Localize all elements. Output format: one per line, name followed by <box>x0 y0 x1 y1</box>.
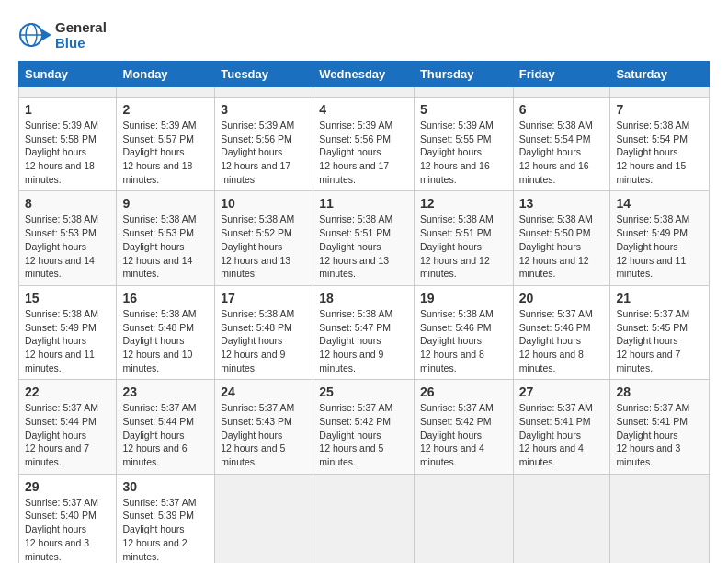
day-info: Sunrise: 5:38 AMSunset: 5:48 PMDaylight … <box>221 307 307 374</box>
calendar-cell <box>414 87 513 98</box>
calendar-cell: 19Sunrise: 5:38 AMSunset: 5:46 PMDayligh… <box>414 285 513 379</box>
calendar-header-row: SundayMondayTuesdayWednesdayThursdayFrid… <box>19 62 710 87</box>
logo-blue: Blue <box>55 35 107 51</box>
logo-general: General <box>55 19 107 35</box>
week-row-1: 1Sunrise: 5:39 AMSunset: 5:58 PMDaylight… <box>19 98 710 191</box>
day-number: 14 <box>616 196 703 211</box>
week-row-4: 22Sunrise: 5:37 AMSunset: 5:44 PMDayligh… <box>19 380 710 474</box>
day-number: 9 <box>122 196 209 211</box>
day-info: Sunrise: 5:39 AMSunset: 5:56 PMDaylight … <box>319 119 408 186</box>
calendar-cell: 13Sunrise: 5:38 AMSunset: 5:50 PMDayligh… <box>513 191 610 285</box>
calendar-cell: 20Sunrise: 5:37 AMSunset: 5:46 PMDayligh… <box>513 285 610 379</box>
day-number: 22 <box>25 385 110 399</box>
day-number: 13 <box>519 196 605 211</box>
calendar-cell <box>215 87 313 98</box>
calendar-cell: 1Sunrise: 5:39 AMSunset: 5:58 PMDaylight… <box>19 98 117 191</box>
calendar-cell: 7Sunrise: 5:38 AMSunset: 5:54 PMDaylight… <box>610 98 710 191</box>
calendar-cell: 26Sunrise: 5:37 AMSunset: 5:42 PMDayligh… <box>414 380 513 474</box>
day-info: Sunrise: 5:38 AMSunset: 5:49 PMDaylight … <box>25 307 110 374</box>
day-info: Sunrise: 5:38 AMSunset: 5:46 PMDaylight … <box>420 307 507 374</box>
day-info: Sunrise: 5:38 AMSunset: 5:50 PMDaylight … <box>519 213 605 280</box>
calendar-cell: 28Sunrise: 5:37 AMSunset: 5:41 PMDayligh… <box>610 380 710 474</box>
calendar-cell: 18Sunrise: 5:38 AMSunset: 5:47 PMDayligh… <box>313 285 415 379</box>
logo: General Blue <box>18 18 107 52</box>
calendar-cell: 17Sunrise: 5:38 AMSunset: 5:48 PMDayligh… <box>215 285 313 379</box>
day-number: 15 <box>25 291 110 305</box>
header-saturday: Saturday <box>610 62 710 87</box>
day-info: Sunrise: 5:37 AMSunset: 5:42 PMDaylight … <box>420 401 507 468</box>
day-info: Sunrise: 5:38 AMSunset: 5:51 PMDaylight … <box>319 213 408 280</box>
calendar-cell <box>513 87 610 98</box>
header-thursday: Thursday <box>414 62 513 87</box>
day-number: 28 <box>616 385 703 399</box>
svg-marker-3 <box>42 29 51 40</box>
calendar-cell: 27Sunrise: 5:37 AMSunset: 5:41 PMDayligh… <box>513 380 610 474</box>
week-row-3: 15Sunrise: 5:38 AMSunset: 5:49 PMDayligh… <box>19 285 710 379</box>
day-info: Sunrise: 5:37 AMSunset: 5:41 PMDaylight … <box>519 401 605 468</box>
logo-container: General Blue <box>18 18 107 52</box>
day-info: Sunrise: 5:37 AMSunset: 5:39 PMDaylight … <box>122 496 209 563</box>
calendar-cell: 12Sunrise: 5:38 AMSunset: 5:51 PMDayligh… <box>414 191 513 285</box>
calendar-cell: 6Sunrise: 5:38 AMSunset: 5:54 PMDaylight… <box>513 98 610 191</box>
day-info: Sunrise: 5:38 AMSunset: 5:49 PMDaylight … <box>616 213 703 280</box>
day-number: 21 <box>616 291 703 305</box>
day-info: Sunrise: 5:39 AMSunset: 5:57 PMDaylight … <box>122 119 209 186</box>
day-info: Sunrise: 5:38 AMSunset: 5:47 PMDaylight … <box>319 307 408 374</box>
day-number: 18 <box>319 291 408 305</box>
day-info: Sunrise: 5:38 AMSunset: 5:48 PMDaylight … <box>122 307 209 374</box>
day-number: 23 <box>122 385 209 399</box>
day-number: 7 <box>616 102 703 117</box>
calendar-cell: 10Sunrise: 5:38 AMSunset: 5:52 PMDayligh… <box>215 191 313 285</box>
day-number: 20 <box>519 291 605 305</box>
header-sunday: Sunday <box>19 62 117 87</box>
calendar-cell: 29Sunrise: 5:37 AMSunset: 5:40 PMDayligh… <box>19 474 117 563</box>
week-row-5: 29Sunrise: 5:37 AMSunset: 5:40 PMDayligh… <box>19 474 710 563</box>
day-info: Sunrise: 5:38 AMSunset: 5:54 PMDaylight … <box>616 119 703 186</box>
day-number: 3 <box>221 102 307 117</box>
calendar-cell: 15Sunrise: 5:38 AMSunset: 5:49 PMDayligh… <box>19 285 117 379</box>
day-info: Sunrise: 5:37 AMSunset: 5:44 PMDaylight … <box>122 401 209 468</box>
day-number: 26 <box>420 385 507 399</box>
header-tuesday: Tuesday <box>215 62 313 87</box>
day-info: Sunrise: 5:38 AMSunset: 5:51 PMDaylight … <box>420 213 507 280</box>
logo-globe-icon <box>18 18 51 52</box>
calendar-cell <box>610 474 710 563</box>
header-monday: Monday <box>117 62 215 87</box>
day-info: Sunrise: 5:37 AMSunset: 5:41 PMDaylight … <box>616 401 703 468</box>
day-info: Sunrise: 5:38 AMSunset: 5:53 PMDaylight … <box>25 213 110 280</box>
day-info: Sunrise: 5:38 AMSunset: 5:53 PMDaylight … <box>122 213 209 280</box>
day-number: 25 <box>319 385 408 399</box>
day-number: 5 <box>420 102 507 117</box>
calendar-cell: 16Sunrise: 5:38 AMSunset: 5:48 PMDayligh… <box>117 285 215 379</box>
calendar-cell: 25Sunrise: 5:37 AMSunset: 5:42 PMDayligh… <box>313 380 415 474</box>
day-number: 2 <box>122 102 209 117</box>
day-info: Sunrise: 5:39 AMSunset: 5:55 PMDaylight … <box>420 119 507 186</box>
calendar-cell: 3Sunrise: 5:39 AMSunset: 5:56 PMDaylight… <box>215 98 313 191</box>
calendar-cell: 22Sunrise: 5:37 AMSunset: 5:44 PMDayligh… <box>19 380 117 474</box>
calendar-cell <box>313 87 415 98</box>
day-number: 30 <box>122 479 209 494</box>
calendar-cell: 5Sunrise: 5:39 AMSunset: 5:55 PMDaylight… <box>414 98 513 191</box>
day-number: 4 <box>319 102 408 117</box>
calendar-cell: 23Sunrise: 5:37 AMSunset: 5:44 PMDayligh… <box>117 380 215 474</box>
day-number: 19 <box>420 291 507 305</box>
calendar-cell <box>19 87 117 98</box>
calendar-cell <box>414 474 513 563</box>
day-info: Sunrise: 5:37 AMSunset: 5:45 PMDaylight … <box>616 307 703 374</box>
calendar-cell: 9Sunrise: 5:38 AMSunset: 5:53 PMDaylight… <box>117 191 215 285</box>
day-info: Sunrise: 5:37 AMSunset: 5:43 PMDaylight … <box>221 401 307 468</box>
day-number: 8 <box>25 196 110 211</box>
calendar-cell <box>117 87 215 98</box>
day-info: Sunrise: 5:37 AMSunset: 5:46 PMDaylight … <box>519 307 605 374</box>
calendar-cell: 2Sunrise: 5:39 AMSunset: 5:57 PMDaylight… <box>117 98 215 191</box>
calendar-cell: 8Sunrise: 5:38 AMSunset: 5:53 PMDaylight… <box>19 191 117 285</box>
calendar-cell <box>215 474 313 563</box>
calendar-cell <box>313 474 415 563</box>
calendar-cell: 14Sunrise: 5:38 AMSunset: 5:49 PMDayligh… <box>610 191 710 285</box>
day-info: Sunrise: 5:37 AMSunset: 5:44 PMDaylight … <box>25 401 110 468</box>
header-friday: Friday <box>513 62 610 87</box>
header: General Blue <box>18 18 710 52</box>
day-number: 10 <box>221 196 307 211</box>
calendar-cell: 11Sunrise: 5:38 AMSunset: 5:51 PMDayligh… <box>313 191 415 285</box>
day-number: 16 <box>122 291 209 305</box>
